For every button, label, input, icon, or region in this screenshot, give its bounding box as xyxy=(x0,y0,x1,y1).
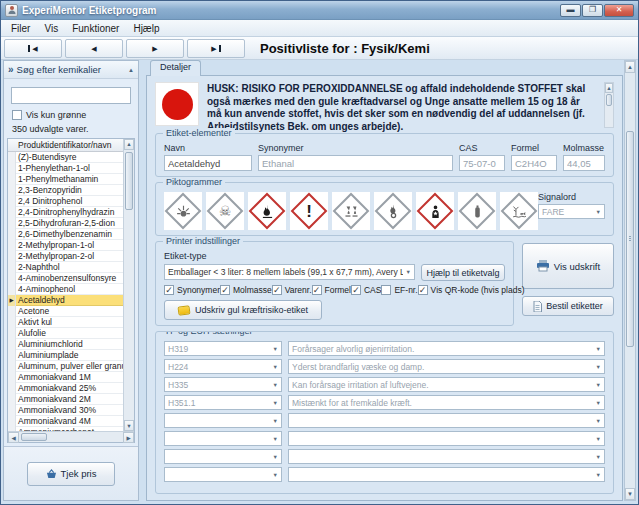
scroll-up-button[interactable]: ▲ xyxy=(625,61,635,73)
list-item[interactable]: Ammoniakvand 1M xyxy=(8,372,123,383)
gas-cylinder-pictogram[interactable] xyxy=(458,192,496,230)
list-item[interactable]: 1-Phenylmethanamin xyxy=(8,174,123,185)
checkbox-ef-nr[interactable]: EF-nr. xyxy=(381,285,417,295)
checkbox-varenr[interactable]: ✓Varenr. xyxy=(272,285,312,295)
list-vertical-scrollbar[interactable]: ▲ ▼ xyxy=(123,139,134,432)
vis-udskrift-button[interactable]: Vis udskrift xyxy=(522,243,614,289)
list-item[interactable]: Ammoniakvand 25% xyxy=(8,383,123,394)
help-etiketvalg-button[interactable]: Hjælp til etiketvalg xyxy=(421,264,505,281)
environment-pictogram[interactable] xyxy=(500,192,538,230)
list-item[interactable]: 4-Aminobenzensulfonsyre xyxy=(8,273,123,284)
scroll-up-button[interactable]: ▲ xyxy=(124,139,134,150)
list-item[interactable]: 2,5-Dihydrofuran-2,5-dion xyxy=(8,218,123,229)
hazard-text-select[interactable]: Yderst brandfarlig væske og damp.▼ xyxy=(288,359,605,374)
list-item[interactable]: Aluminiumchlorid xyxy=(8,339,123,350)
bestil-etiketter-button[interactable]: Bestil etiketter xyxy=(522,296,614,316)
hazard-code-select[interactable]: H319▼ xyxy=(164,341,282,356)
checkbox-cas[interactable]: ✓CAS xyxy=(351,285,381,295)
collapse-panel-button[interactable]: ▲ xyxy=(128,67,134,73)
scroll-track[interactable] xyxy=(19,432,123,442)
list-horizontal-scrollbar[interactable]: ◀ ▶ xyxy=(8,431,134,442)
menu-item-hjlp[interactable]: Hjælp xyxy=(126,22,166,35)
nav-prev-button[interactable]: ◀ xyxy=(65,39,123,58)
health-hazard-pictogram[interactable] xyxy=(416,192,454,230)
list-item[interactable]: 2-Methylpropan-2-ol xyxy=(8,251,123,262)
checkbox-synonymer[interactable]: ✓Synonymer xyxy=(164,285,220,295)
list-item[interactable]: Aluminum, pulver eller granulat xyxy=(8,361,123,372)
etiket-type-select[interactable]: Emballager < 3 liter: 8 mellem labels (9… xyxy=(164,264,415,280)
title-bar[interactable]: ExperiMentor Etiketprogram ▬ ❐ ✕ xyxy=(1,1,638,20)
scroll-thumb[interactable] xyxy=(125,152,133,210)
list-item[interactable]: (Z)-Butendisyre xyxy=(8,152,123,163)
list-item[interactable]: 2,3-Benzopyridin xyxy=(8,185,123,196)
hazard-code-select[interactable]: ▼ xyxy=(164,431,282,446)
minimize-button[interactable]: ▬ xyxy=(560,4,581,17)
menu-item-filer[interactable]: Filer xyxy=(4,22,37,35)
nav-first-button[interactable]: ◀ xyxy=(4,39,62,58)
check-price-button[interactable]: Tjek pris xyxy=(27,462,115,486)
list-item[interactable]: 2,6-Dimethylbenzenamin xyxy=(8,229,123,240)
molar-mass-input[interactable] xyxy=(563,155,605,171)
print-yellow-label-button[interactable]: Udskriv gul kræftrisiko-etiket xyxy=(164,300,322,320)
scroll-up-button[interactable]: ▲ xyxy=(605,83,613,93)
scroll-right-button[interactable]: ▶ xyxy=(123,432,134,443)
exploding-bomb-pictogram[interactable] xyxy=(164,192,202,230)
close-button[interactable]: ✕ xyxy=(604,4,634,17)
hazard-text-select[interactable]: ▼ xyxy=(288,431,605,446)
main-scrollbar[interactable]: ▲ ▼ xyxy=(624,60,636,501)
scroll-thumb[interactable] xyxy=(21,433,47,441)
exclamation-mark-pictogram[interactable]: ! xyxy=(290,192,328,230)
hazard-text-select[interactable]: Mistænkt for at fremkalde kræft.▼ xyxy=(288,395,605,410)
sidebar-header[interactable]: » Søg efter kemikalier ▲ xyxy=(4,61,138,79)
scroll-thumb[interactable] xyxy=(626,131,634,347)
checkbox-molmasse[interactable]: ✓Molmasse xyxy=(220,285,272,295)
scroll-track[interactable] xyxy=(124,150,134,421)
hazard-code-select[interactable]: ▼ xyxy=(164,413,282,428)
corrosion-pictogram[interactable] xyxy=(332,192,370,230)
list-item[interactable]: Ammoniakvand 30% xyxy=(8,405,123,416)
hazard-code-select[interactable]: H224▼ xyxy=(164,359,282,374)
list-item[interactable]: 1-Phenylethan-1-ol xyxy=(8,163,123,174)
hazard-text-select[interactable]: ▼ xyxy=(288,413,605,428)
list-item[interactable]: Aktivt kul xyxy=(8,317,123,328)
maximize-button[interactable]: ❐ xyxy=(582,4,603,17)
hazard-code-select[interactable]: H351.1▼ xyxy=(164,395,282,410)
cas-input[interactable] xyxy=(459,155,505,171)
hazard-code-select[interactable]: ▼ xyxy=(164,449,282,464)
signalord-select[interactable]: FARE ▼ xyxy=(538,204,605,219)
hazard-text-select[interactable]: Kan forårsage irritation af luftvejene.▼ xyxy=(288,377,605,392)
list-item[interactable]: 4-Aminophenol xyxy=(8,284,123,295)
list-item[interactable]: Acetone xyxy=(8,306,123,317)
scroll-down-button[interactable]: ▼ xyxy=(124,420,134,431)
flame-pictogram[interactable] xyxy=(248,192,286,230)
scroll-track[interactable] xyxy=(625,73,635,488)
name-input[interactable] xyxy=(164,155,252,171)
checkbox-vis-qr-kode-hvis-plads[interactable]: ✓Vis QR-kode (hvis plads) xyxy=(418,285,525,295)
menu-item-funktioner[interactable]: Funktioner xyxy=(65,22,126,35)
hazard-text-select[interactable]: ▼ xyxy=(288,467,605,482)
synonyms-input[interactable] xyxy=(258,155,453,171)
scroll-down-button[interactable]: ▼ xyxy=(625,488,635,500)
green-filter-checkbox[interactable]: Vis kun grønne xyxy=(4,106,138,121)
hazard-text-select[interactable]: ▼ xyxy=(288,449,605,464)
list-item[interactable]: 2-Methylpropan-1-ol xyxy=(8,240,123,251)
list-item[interactable]: Ammoniakvand 2M xyxy=(8,394,123,405)
search-input[interactable] xyxy=(11,87,131,104)
skull-crossbones-pictogram[interactable]: ☠ xyxy=(206,192,244,230)
formula-input[interactable] xyxy=(511,155,557,171)
scroll-left-button[interactable]: ◀ xyxy=(8,432,19,443)
list-item[interactable]: ▶Acetaldehyd xyxy=(8,295,123,306)
splitter[interactable] xyxy=(139,60,146,501)
list-item[interactable]: Aluminiumplade xyxy=(8,350,123,361)
tab-detaljer[interactable]: Detaljer xyxy=(150,60,201,76)
hazard-code-select[interactable]: ▼ xyxy=(164,467,282,482)
list-item[interactable]: 2-Naphthol xyxy=(8,262,123,273)
warning-scrollbar[interactable]: ▲ xyxy=(604,82,614,128)
list-item[interactable]: Ammoniakvand 4M xyxy=(8,416,123,427)
hazard-code-select[interactable]: H335▼ xyxy=(164,377,282,392)
list-header[interactable]: Produktidentifikator/navn xyxy=(8,139,123,152)
flame-over-circle-pictogram[interactable] xyxy=(374,192,412,230)
hazard-text-select[interactable]: Forårsager alvorlig øjenirritation.▼ xyxy=(288,341,605,356)
list-item[interactable]: 2,4 Dinitrophenol xyxy=(8,196,123,207)
nav-last-button[interactable]: ▶ xyxy=(187,39,245,58)
